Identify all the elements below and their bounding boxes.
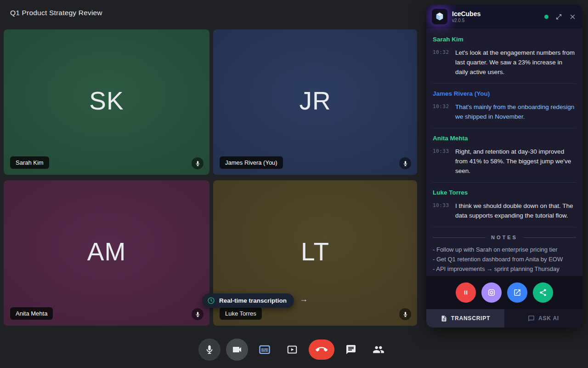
panel-actions [426,276,582,309]
transcript-entry: Luke Torres 10:33 I think we should doub… [433,183,576,227]
notes-heading: NOTES [433,235,576,240]
tab-transcript[interactable]: TRANSCRIPT [426,309,504,328]
mic-status-icon [192,308,204,320]
participant-name-label: James Rivera (You) [220,156,283,169]
open-external-button[interactable] [507,282,527,303]
people-button[interactable] [368,339,390,361]
icecubes-panel: IceCubes v2.0.5 Sarah Kim 10:32 Let's lo… [426,5,582,328]
hang-up-button[interactable] [309,339,334,360]
camera-button[interactable] [226,339,248,361]
participant-initials: SK [4,86,209,115]
timestamp: 10:33 [433,147,450,176]
speaker-name: Luke Torres [433,189,576,196]
speaker-name: Anita Mehta [433,135,576,142]
transcript-entry: Sarah Kim 10:32 Let's look at the engage… [433,29,576,84]
video-grid: SK Sarah Kim JR James Rivera (You) AM An… [4,29,417,326]
speaker-name: James Rivera (You) [433,90,576,97]
video-tile-anita[interactable]: AM Anita Mehta [4,180,209,326]
pause-button[interactable] [456,282,476,303]
participant-initials: LT [213,237,417,266]
tab-transcript-label: TRANSCRIPT [451,315,490,322]
tab-ask-ai[interactable]: ASK AI [504,309,582,328]
tooltip-arrow-icon[interactable]: → [300,294,308,304]
panel-header: IceCubes v2.0.5 [426,5,582,29]
transcript-scroll-area[interactable]: Sarah Kim 10:32 Let's look at the engage… [426,29,582,276]
note-item: - API improvements → sprint planning Thu… [433,264,576,274]
microphone-button[interactable] [198,339,220,361]
timestamp: 10:32 [433,102,450,121]
call-toolbar [0,338,588,362]
expand-icon[interactable] [555,13,562,20]
record-button[interactable] [481,282,502,303]
captions-button[interactable] [254,339,276,361]
participant-name-label: Anita Mehta [10,307,53,320]
mic-status-icon [192,157,204,169]
transcript-entry: James Rivera (You) 10:32 That's mainly f… [433,84,576,128]
document-icon [441,315,447,322]
present-button[interactable] [281,339,303,361]
note-item: - Follow up with Sarah on enterprise pri… [433,245,576,255]
transcript-text: Let's look at the engagement numbers fro… [455,48,576,77]
chat-bubble-icon [528,315,535,322]
transcript-text: Right, and retention at day-30 improved … [455,147,576,176]
participant-name-label: Sarah Kim [10,156,49,169]
share-button[interactable] [533,282,553,303]
participant-initials: JR [213,86,417,115]
close-icon[interactable] [569,13,576,20]
mic-status-icon [399,308,411,320]
mic-status-icon [399,157,411,169]
realtime-transcription-label: Real-time transcription [219,297,287,304]
status-dot [544,15,548,19]
note-item: - Get Q1 retention dashboard from Anita … [433,255,576,264]
participant-initials: AM [4,237,209,266]
realtime-transcription-pill[interactable]: Real-time transcription [202,293,294,308]
icecubes-app-icon [432,9,447,24]
meeting-title: Q1 Product Strategy Review [10,9,102,17]
transcript-text: That's mainly from the onboarding redesi… [455,102,576,121]
video-tile-sarah[interactable]: SK Sarah Kim [4,29,209,175]
participant-name-label: Luke Torres [220,307,262,320]
panel-tabbar: TRANSCRIPT ASK AI [426,309,582,328]
tab-ask-ai-label: ASK AI [538,315,559,322]
chat-button[interactable] [340,339,362,361]
app-version: v2.0.5 [452,18,481,23]
clock-icon [207,297,215,305]
app-name: IceCubes [452,10,481,17]
video-tile-james[interactable]: JR James Rivera (You) [213,29,417,175]
timestamp: 10:32 [433,48,450,77]
transcript-text: I think we should double down on that. T… [455,201,576,220]
transcript-entry: Anita Mehta 10:33 Right, and retention a… [433,128,576,183]
timestamp: 10:33 [433,201,450,220]
speaker-name: Sarah Kim [433,36,576,43]
